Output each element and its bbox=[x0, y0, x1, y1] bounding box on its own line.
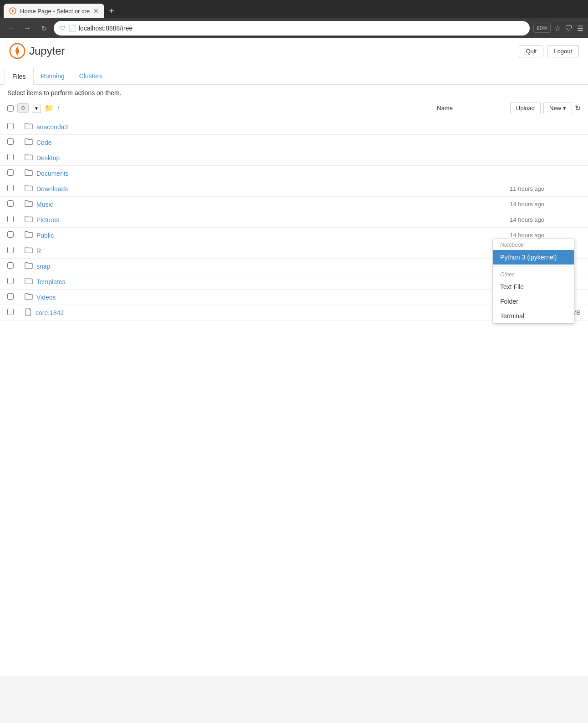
folder-icon bbox=[25, 184, 33, 193]
tab-title: Home Page - Select or cre bbox=[20, 8, 90, 15]
table-row: Music 14 hours ago bbox=[0, 197, 588, 212]
active-tab[interactable]: Home Page - Select or cre ✕ bbox=[4, 4, 104, 18]
refresh-button[interactable]: ↻ bbox=[575, 104, 581, 112]
tab-close-button[interactable]: ✕ bbox=[93, 7, 99, 15]
new-dropdown-menu: Notebook: Python 3 (ipykernel) Other: Te… bbox=[492, 239, 574, 324]
jupyter-logo-text: Jupyter bbox=[29, 45, 65, 57]
file-name-link[interactable]: Videos bbox=[36, 294, 56, 301]
file-checkbox[interactable] bbox=[7, 293, 14, 300]
upload-button[interactable]: Upload bbox=[510, 102, 541, 114]
main-page: Jupyter Quit Logout Files Running Cluste… bbox=[0, 38, 588, 676]
shield-icon[interactable]: 🛡 bbox=[565, 24, 573, 32]
file-checkbox[interactable] bbox=[7, 169, 14, 176]
folder-icon bbox=[25, 153, 33, 163]
text-file-menu-item[interactable]: Text File bbox=[493, 280, 574, 294]
folder-icon bbox=[25, 277, 33, 286]
file-checkbox[interactable] bbox=[7, 154, 14, 160]
file-date: 14 hours ago bbox=[471, 201, 544, 208]
other-section-label: Other: bbox=[493, 269, 574, 280]
file-name-link[interactable]: Downloads bbox=[36, 185, 68, 193]
file-name-link[interactable]: anaconda3 bbox=[36, 123, 68, 131]
address-bar[interactable]: 🛡 📄 localhost:8888/tree bbox=[54, 21, 530, 36]
reload-button[interactable]: ↻ bbox=[37, 22, 50, 35]
page-icon: 📄 bbox=[68, 25, 76, 32]
file-name-link[interactable]: Templates bbox=[36, 278, 66, 285]
file-checkbox[interactable] bbox=[7, 200, 14, 207]
file-name-link[interactable]: Documents bbox=[36, 170, 69, 177]
security-icon: 🛡 bbox=[59, 25, 66, 32]
new-button[interactable]: New ▾ bbox=[543, 102, 572, 114]
file-checkbox[interactable] bbox=[7, 216, 14, 222]
logout-button[interactable]: Logout bbox=[547, 45, 579, 57]
file-name-link[interactable]: Music bbox=[36, 201, 53, 208]
file-icon bbox=[25, 308, 32, 317]
terminal-menu-item[interactable]: Terminal bbox=[493, 309, 574, 323]
folder-icon bbox=[25, 292, 33, 302]
file-toolbar-right: Name Upload New ▾ ↻ bbox=[437, 102, 581, 114]
bookmark-icon[interactable]: ☆ bbox=[554, 24, 561, 33]
new-tab-button[interactable]: + bbox=[105, 4, 118, 18]
file-date: 11 hours ago bbox=[471, 185, 544, 192]
file-name-link[interactable]: Public bbox=[36, 232, 54, 239]
python3-menu-item[interactable]: Python 3 (ipykernel) bbox=[493, 250, 574, 265]
name-col-header[interactable]: Name bbox=[437, 105, 453, 112]
zoom-level: 90% bbox=[533, 24, 551, 33]
jupyter-logo: Jupyter bbox=[9, 43, 65, 59]
file-checkbox[interactable] bbox=[7, 262, 14, 269]
folder-icon bbox=[25, 246, 33, 255]
tab-clusters[interactable]: Clusters bbox=[72, 68, 110, 84]
item-count-badge: 0 bbox=[17, 103, 29, 113]
file-name-link[interactable]: core.1842 bbox=[35, 309, 64, 316]
file-name-link[interactable]: Pictures bbox=[36, 216, 60, 224]
folder-icon bbox=[25, 261, 33, 271]
select-all-checkbox[interactable] bbox=[7, 105, 14, 112]
forward-button[interactable]: → bbox=[21, 22, 34, 35]
folder-icon: 📁 bbox=[45, 104, 54, 112]
tab-favicon-icon bbox=[9, 7, 16, 15]
table-row: anaconda3 bbox=[0, 119, 588, 135]
file-checkbox[interactable] bbox=[7, 309, 14, 315]
browser-controls: ← → ↻ 🛡 📄 localhost:8888/tree 90% ☆ 🛡 ☰ bbox=[0, 18, 588, 38]
menu-icon[interactable]: ☰ bbox=[577, 24, 583, 33]
file-toolbar: 0 ▾ 📁 / Name Upload New ▾ ↻ bbox=[7, 102, 581, 114]
folder-icon bbox=[25, 168, 33, 178]
file-name-link[interactable]: R bbox=[36, 247, 41, 255]
tab-running[interactable]: Running bbox=[34, 68, 72, 84]
browser-actions: ☆ 🛡 ☰ bbox=[554, 24, 583, 33]
table-row: Desktop bbox=[0, 150, 588, 166]
file-checkbox[interactable] bbox=[7, 231, 14, 238]
file-date: 14 hours ago bbox=[471, 216, 544, 223]
breadcrumb-slash: / bbox=[57, 105, 59, 112]
file-checkbox[interactable] bbox=[7, 278, 14, 284]
folder-icon bbox=[25, 215, 33, 224]
header-buttons: Quit Logout bbox=[519, 45, 579, 57]
tab-bar: Home Page - Select or cre ✕ + bbox=[0, 0, 588, 18]
folder-icon bbox=[25, 122, 33, 132]
folder-menu-item[interactable]: Folder bbox=[493, 294, 574, 309]
tab-files[interactable]: Files bbox=[5, 68, 34, 85]
menu-divider bbox=[493, 266, 574, 267]
browser-chrome: Home Page - Select or cre ✕ + ← → ↻ 🛡 📄 … bbox=[0, 0, 588, 38]
file-checkbox[interactable] bbox=[7, 138, 14, 145]
new-label: New bbox=[549, 105, 561, 112]
file-name-link[interactable]: Desktop bbox=[36, 154, 60, 162]
folder-icon bbox=[25, 199, 33, 209]
table-row: Pictures 14 hours ago bbox=[0, 212, 588, 228]
quit-button[interactable]: Quit bbox=[519, 45, 543, 57]
table-row: Documents bbox=[0, 166, 588, 181]
file-name-link[interactable]: Code bbox=[36, 139, 51, 146]
notebook-section-label: Notebook: bbox=[493, 239, 574, 250]
address-text: localhost:8888/tree bbox=[79, 25, 524, 32]
back-button[interactable]: ← bbox=[5, 22, 17, 35]
file-checkbox[interactable] bbox=[7, 247, 14, 253]
file-checkbox[interactable] bbox=[7, 185, 14, 191]
select-info-text: Select items to perform actions on them. bbox=[7, 89, 581, 97]
file-checkbox[interactable] bbox=[7, 123, 14, 129]
count-dropdown-button[interactable]: ▾ bbox=[32, 104, 41, 113]
new-arrow-icon: ▾ bbox=[563, 105, 566, 112]
table-row: Downloads 11 hours ago bbox=[0, 181, 588, 197]
jupyter-header: Jupyter Quit Logout bbox=[0, 38, 588, 64]
folder-icon bbox=[25, 137, 33, 147]
file-name-link[interactable]: snap bbox=[36, 263, 50, 270]
main-tabs: Files Running Clusters bbox=[0, 68, 588, 85]
